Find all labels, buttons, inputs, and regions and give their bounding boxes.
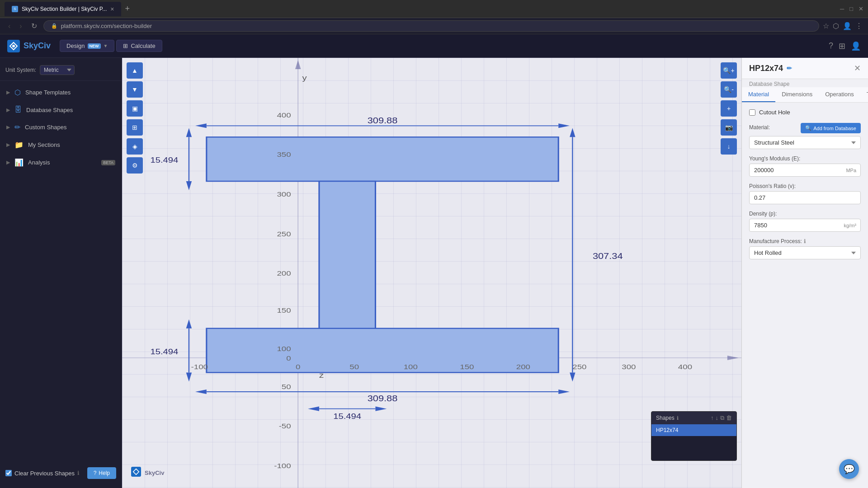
youngs-modulus-group: Young's Modulus (E): MPa	[749, 155, 861, 177]
new-tab-button[interactable]: +	[123, 4, 132, 14]
bookmark-icon[interactable]: ☆	[823, 22, 829, 30]
svg-marker-11	[558, 123, 570, 128]
chat-widget[interactable]: 💬	[839, 459, 859, 479]
panel-close-button[interactable]: ✕	[854, 63, 861, 73]
address-bar[interactable]: 🔒 platform.skyciv.com/section-builder	[43, 20, 819, 32]
refresh-button[interactable]: ↻	[28, 20, 40, 32]
canvas-watermark: SkyCiv	[131, 467, 164, 479]
svg-marker-18	[570, 128, 575, 137]
cutout-hole-checkbox[interactable]	[749, 109, 755, 116]
svg-text:-100: -100	[274, 462, 291, 470]
shape-svg: 309.88 15.494 307.34 15.494 309.88	[122, 58, 741, 488]
panel-subtitle: Database Shape	[742, 79, 868, 87]
sidebar: Unit System: Metric Imperial ▶ ⬡ Shape T…	[0, 58, 122, 488]
clear-shapes-text: Clear Previous Shapes	[14, 470, 75, 477]
main-layout: Unit System: Metric Imperial ▶ ⬡ Shape T…	[0, 58, 868, 488]
active-tab[interactable]: S SkyCiv Section Builder | SkyCiv P... ×	[5, 2, 121, 16]
poissons-ratio-input[interactable]	[749, 191, 861, 204]
analysis-icon: 📊	[14, 158, 24, 167]
menu-icon[interactable]: ⋮	[855, 22, 863, 30]
tab-taper[interactable]: Taper	[860, 87, 868, 102]
cutout-hole-label: Cutout Hole	[759, 109, 790, 116]
sidebar-item-analysis[interactable]: ▶ 📊 Analysis BETA	[0, 154, 122, 171]
svg-text:400: 400	[678, 363, 692, 371]
shapes-panel-title: Shapes	[656, 415, 675, 421]
forward-button[interactable]: ›	[17, 20, 24, 32]
svg-marker-23	[186, 372, 192, 381]
shapes-panel-down-icon[interactable]: ↓	[716, 414, 719, 422]
profile-icon[interactable]: 👤	[843, 22, 852, 30]
svg-marker-5	[295, 60, 301, 69]
apps-icon[interactable]: ⊞	[839, 41, 845, 51]
close-tab-button[interactable]: ×	[110, 5, 114, 13]
sidebar-item-shape-templates[interactable]: ▶ ⬡ Shape Templates	[0, 84, 122, 101]
expand-arrow: ▶	[6, 142, 10, 148]
edit-shape-icon[interactable]: ✏	[787, 65, 792, 72]
browser-tabs: S SkyCiv Section Builder | SkyCiv P... ×…	[5, 2, 132, 16]
unit-system-row: Unit System: Metric Imperial	[0, 62, 122, 81]
clear-shapes-checkbox[interactable]	[5, 470, 12, 476]
app-nav: Design NEW ▼ ⊞ Calculate	[60, 40, 162, 52]
svg-text:200: 200	[277, 270, 291, 277]
browser-actions: ☆ ⬡ 👤 ⋮	[823, 22, 863, 30]
help-button[interactable]: ? Help	[87, 467, 116, 479]
manufacture-process-select[interactable]: Hot Rolled Cold Formed Welded	[749, 246, 861, 259]
sidebar-item-my-sections[interactable]: ▶ 📁 My Sections	[0, 136, 122, 154]
svg-text:50: 50	[349, 363, 359, 371]
manufacture-process-label: Manufacture Process: ℹ	[749, 238, 861, 244]
help-icon[interactable]: ?	[829, 41, 833, 51]
close-icon[interactable]: ✕	[859, 5, 863, 12]
sidebar-item-database-shapes[interactable]: ▶ 🗄 Database Shapes	[0, 101, 122, 118]
svg-text:350: 350	[277, 151, 291, 159]
unit-system-select[interactable]: Metric Imperial	[40, 65, 75, 75]
svg-marker-15	[186, 181, 192, 190]
beta-badge: BETA	[101, 160, 115, 165]
svg-text:0: 0	[296, 363, 300, 371]
sidebar-item-label: Shape Templates	[25, 89, 115, 96]
youngs-modulus-input[interactable]	[749, 164, 861, 177]
svg-text:15.494: 15.494	[333, 412, 361, 421]
url-text: platform.skyciv.com/section-builder	[61, 23, 152, 29]
new-badge: NEW	[88, 43, 101, 49]
shapes-panel-copy-icon[interactable]: ⧉	[720, 414, 724, 422]
extensions-icon[interactable]: ⬡	[833, 22, 839, 30]
svg-marker-31	[375, 407, 387, 411]
sidebar-item-custom-shapes[interactable]: ▶ ✏ Custom Shapes	[0, 118, 122, 136]
material-select[interactable]: Structural Steel Aluminum Concrete Custo…	[749, 136, 861, 149]
clear-shapes-label[interactable]: Clear Previous Shapes ℹ	[5, 470, 80, 477]
density-group: Density (p): kg/m³	[749, 211, 861, 232]
maximize-icon[interactable]: □	[849, 5, 853, 12]
back-button[interactable]: ‹	[5, 20, 13, 32]
shapes-panel-delete-icon[interactable]: 🗑	[726, 414, 732, 422]
browser-bar: S SkyCiv Section Builder | SkyCiv P... ×…	[0, 0, 868, 18]
svg-text:400: 400	[277, 111, 291, 119]
density-label: Density (p):	[749, 211, 861, 217]
minimize-icon[interactable]: ─	[840, 5, 844, 12]
shape-row[interactable]: HP12x74	[651, 424, 736, 436]
shapes-panel-header: Shapes ℹ ↑ ↓ ⧉ 🗑	[651, 412, 736, 424]
poissons-ratio-label: Poisson's Ratio (v):	[749, 183, 861, 189]
tab-material[interactable]: Material	[742, 87, 775, 102]
svg-marker-14	[186, 128, 192, 137]
svg-text:50: 50	[282, 383, 291, 390]
shape-item-label: HP12x74	[656, 427, 678, 433]
account-icon[interactable]: 👤	[851, 41, 861, 51]
material-row: Material: 🔍 Add from Database	[749, 123, 861, 133]
svg-text:100: 100	[404, 363, 418, 371]
svg-text:150: 150	[460, 363, 474, 371]
shapes-panel-up-icon[interactable]: ↑	[711, 414, 714, 422]
add-from-database-button[interactable]: 🔍 Add from Database	[801, 123, 861, 133]
custom-shapes-icon: ✏	[14, 123, 20, 131]
calculate-button[interactable]: ⊞ Calculate	[116, 40, 162, 52]
tab-dimensions[interactable]: Dimensions	[775, 87, 819, 102]
my-sections-icon: 📁	[14, 141, 24, 149]
calculate-icon: ⊞	[123, 42, 128, 49]
logo-icon	[7, 40, 20, 52]
watermark-text: SkyCiv	[145, 469, 164, 476]
design-button[interactable]: Design NEW ▼	[60, 40, 114, 52]
panel-title: Shapes ℹ	[656, 415, 679, 421]
tab-label: SkyCiv Section Builder | SkyCiv P...	[22, 6, 107, 12]
tab-operations[interactable]: Operations	[819, 87, 860, 102]
app-title: SkyCiv	[24, 41, 51, 51]
svg-text:0: 0	[286, 355, 291, 362]
